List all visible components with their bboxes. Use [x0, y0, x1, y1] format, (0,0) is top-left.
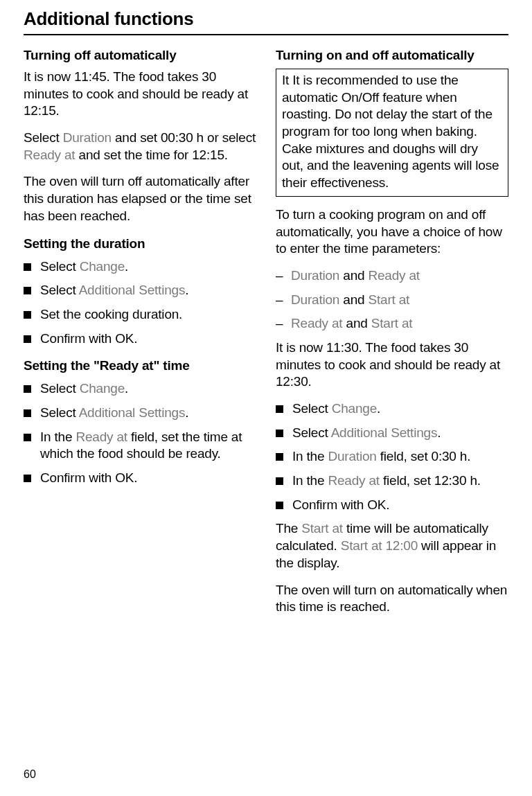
- ui-start-at-1200: Start at 12:00: [341, 538, 418, 553]
- text: and set 00:30 h or select: [112, 130, 256, 145]
- step-set-cooking-duration: Set the cooking duration.: [24, 306, 256, 324]
- ui-change: Change: [332, 401, 377, 416]
- ui-start-at: Start at: [301, 521, 343, 536]
- step-select-additional-2: Select Additional Settings.: [24, 405, 256, 422]
- example-time-off: It is now 11:45. The food takes 30 minut…: [24, 69, 256, 120]
- text: and: [342, 316, 371, 330]
- text: Select: [40, 259, 80, 274]
- ui-ready-at: Ready at: [291, 316, 342, 330]
- opt-duration-readyat: Duration and Ready at: [276, 267, 508, 285]
- ui-duration: Duration: [328, 449, 376, 463]
- text: field, set 12:30 h.: [380, 473, 481, 488]
- content-columns: Turning off automatically It is now 11:4…: [24, 48, 508, 626]
- step-duration-field: In the Duration field, set 0:30 h.: [276, 448, 508, 466]
- steps-duration: Select Change. Select Additional Setting…: [24, 258, 256, 348]
- ui-duration: Duration: [63, 130, 112, 145]
- step-ready-at-field: In the Ready at field, set the time at w…: [24, 429, 256, 463]
- text: and: [339, 292, 368, 307]
- opt-duration-startat: Duration and Start at: [276, 292, 508, 309]
- oven-off-explain: The oven will turn off automatically aft…: [24, 173, 256, 224]
- ui-ready-at: Ready at: [76, 430, 127, 444]
- ui-change: Change: [80, 381, 125, 396]
- text: .: [125, 381, 128, 396]
- text: Select: [292, 401, 332, 416]
- heading-turn-on-off-auto: Turning on and off automatically: [276, 48, 508, 63]
- ui-ready-at: Ready at: [368, 268, 419, 283]
- steps-ready-at: Select Change. Select Additional Setting…: [24, 380, 256, 486]
- step-confirm-ok: Confirm with OK.: [24, 330, 256, 348]
- text: In the: [40, 430, 76, 444]
- step-confirm-ok-2: Confirm with OK.: [24, 470, 256, 487]
- page-title: Additional functions: [24, 8, 508, 35]
- intro-auto-onoff: To turn a cooking program on and off aut…: [276, 206, 508, 258]
- oven-on-explain: The oven will turn on automatically when…: [276, 582, 508, 616]
- step-confirm-ok-3: Confirm with OK.: [276, 497, 508, 514]
- text: .: [377, 401, 380, 416]
- step-select-additional-3: Select Additional Settings.: [276, 425, 508, 442]
- heading-turn-off-auto: Turning off automatically: [24, 48, 256, 63]
- page-number: 60: [24, 768, 36, 781]
- text: .: [185, 405, 188, 420]
- startat-calculated: The Start at time will be automatically …: [276, 520, 508, 572]
- ui-additional-settings: Additional Settings: [331, 425, 438, 440]
- text: field, set 0:30 h.: [377, 449, 471, 463]
- step-select-change-3: Select Change.: [276, 400, 508, 418]
- text: .: [125, 259, 128, 274]
- step-readyat-field: In the Ready at field, set 12:30 h.: [276, 472, 508, 490]
- heading-setting-duration: Setting the duration: [24, 236, 256, 251]
- text: and set the time for 12:15.: [75, 148, 227, 162]
- note-box-roasting: It It is recommended to use the automati…: [276, 69, 508, 197]
- text: In the: [292, 449, 328, 463]
- text: Select: [292, 425, 331, 440]
- ui-additional-settings: Additional Settings: [79, 405, 186, 420]
- ui-start-at: Start at: [368, 292, 409, 307]
- ui-ready-at: Ready at: [328, 473, 379, 488]
- ui-start-at: Start at: [371, 316, 413, 330]
- ui-duration: Duration: [291, 292, 339, 307]
- text: and: [339, 268, 368, 283]
- right-column: Turning on and off automatically It It i…: [276, 48, 508, 626]
- text: Select: [40, 283, 79, 297]
- step-select-change-2: Select Change.: [24, 380, 256, 398]
- text: .: [437, 425, 441, 440]
- ui-change: Change: [80, 259, 125, 274]
- text: In the: [292, 473, 328, 488]
- steps-onoff: Select Change. Select Additional Setting…: [276, 400, 508, 513]
- ui-duration: Duration: [291, 268, 339, 283]
- step-select-additional: Select Additional Settings.: [24, 282, 256, 299]
- heading-setting-ready-at: Setting the "Ready at" time: [24, 358, 256, 373]
- example-time-onoff: It is now 11:30. The food takes 30 minut…: [276, 339, 508, 391]
- opt-readyat-startat: Ready at and Start at: [276, 315, 508, 333]
- text: Select: [40, 381, 80, 396]
- left-column: Turning off automatically It is now 11:4…: [24, 48, 256, 626]
- ui-ready-at: Ready at: [24, 148, 75, 162]
- time-parameter-options: Duration and Ready at Duration and Start…: [276, 267, 508, 333]
- text: Select: [40, 405, 79, 420]
- ui-additional-settings: Additional Settings: [79, 283, 186, 297]
- text: .: [185, 283, 188, 297]
- text: Select: [24, 130, 63, 145]
- step-select-change: Select Change.: [24, 258, 256, 276]
- text: The: [276, 521, 301, 536]
- select-duration-ready: Select Duration and set 00:30 h or selec…: [24, 130, 256, 163]
